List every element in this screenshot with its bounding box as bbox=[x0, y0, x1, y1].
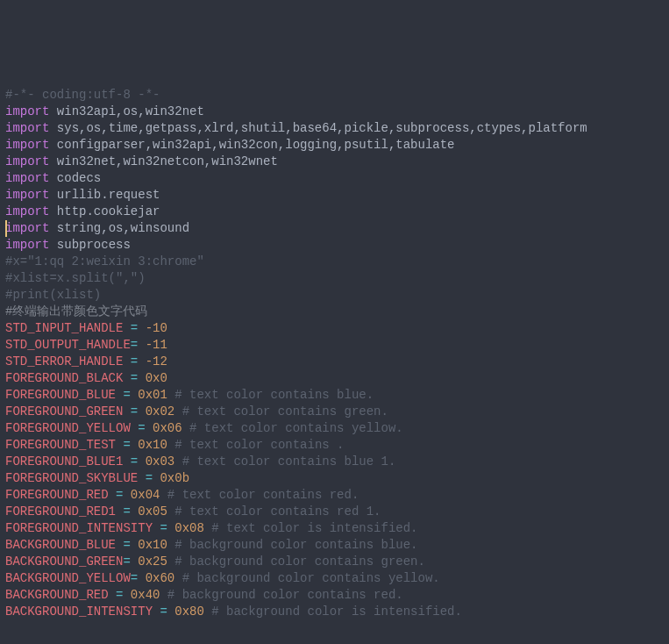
constant-name: BACKGROUND_GREEN bbox=[5, 555, 123, 569]
modules: win32api,os,win32net bbox=[49, 104, 203, 118]
code-editor[interactable]: #-*- coding:utf-8 -*-import win32api,os,… bbox=[5, 87, 664, 620]
text-cursor bbox=[5, 220, 7, 237]
keyword-import: import bbox=[5, 104, 49, 118]
number-literal: -10 bbox=[146, 321, 167, 335]
constant-name: FOREGROUND_SKYBLUE bbox=[5, 471, 138, 485]
operator: = bbox=[123, 354, 145, 369]
modules: configparser,win32api,win32con,logging,p… bbox=[49, 138, 454, 152]
comment-text: # background color contains blue. bbox=[167, 538, 418, 552]
operator: = bbox=[123, 371, 145, 385]
constant-name: FOREGROUND_GREEN bbox=[5, 404, 123, 419]
comment-text: # background color is intensified. bbox=[204, 605, 462, 619]
number-literal: 0x10 bbox=[138, 438, 167, 452]
modules: http.cookiejar bbox=[49, 204, 160, 218]
number-literal: 0x06 bbox=[153, 421, 182, 435]
keyword-import: import bbox=[5, 221, 49, 235]
constant-name: FOREGROUND_BLUE1 bbox=[5, 454, 123, 469]
number-literal: 0x0 bbox=[146, 371, 167, 385]
modules: codecs bbox=[49, 171, 101, 185]
keyword-import: import bbox=[5, 171, 49, 185]
operator: = bbox=[116, 504, 138, 519]
comment-line: #xlist=x.split(",") bbox=[5, 271, 146, 285]
constant-name: FOREGROUND_RED1 bbox=[5, 504, 116, 519]
operator: = bbox=[116, 538, 138, 552]
keyword-import: import bbox=[5, 121, 49, 135]
operator: = bbox=[153, 521, 174, 535]
number-literal: 0x0b bbox=[160, 471, 189, 485]
modules: win32net,win32netcon,win32wnet bbox=[49, 154, 277, 168]
constant-name: STD_ERROR_HANDLE bbox=[5, 354, 123, 369]
operator: = bbox=[109, 488, 131, 502]
modules: string,os,winsound bbox=[49, 221, 189, 235]
operator: = bbox=[131, 338, 146, 352]
keyword-import: import bbox=[5, 138, 49, 152]
comment-text: # text color contains red. bbox=[160, 488, 359, 502]
number-literal: 0x04 bbox=[131, 488, 160, 502]
keyword-import: import bbox=[5, 188, 49, 202]
constant-name: FOREGROUND_YELLOW bbox=[5, 421, 131, 435]
comment-text: # text color contains blue. bbox=[167, 388, 374, 402]
constant-name: BACKGROUND_RED bbox=[5, 588, 109, 602]
comment-text: # text color contains . bbox=[167, 438, 345, 452]
operator: = bbox=[109, 588, 131, 602]
constant-name: BACKGROUND_INTENSITY bbox=[5, 605, 153, 619]
number-literal: 0x60 bbox=[146, 571, 175, 585]
constant-name: STD_INPUT_HANDLE bbox=[5, 321, 123, 335]
number-literal: 0x01 bbox=[138, 388, 167, 402]
comment-text: # background color contains green. bbox=[167, 555, 425, 569]
operator: = bbox=[153, 605, 174, 619]
comment-text: # text color is intensified. bbox=[204, 521, 418, 535]
comment-text: # text color contains yellow. bbox=[182, 421, 403, 435]
comment-text: # background color contains yellow. bbox=[174, 571, 439, 585]
comment-text: # text color contains blue 1. bbox=[174, 454, 395, 469]
constant-name: STD_OUTPUT_HANDLE bbox=[5, 338, 131, 352]
modules: sys,os,time,getpass,xlrd,shutil,base64,p… bbox=[49, 121, 587, 135]
comment-text: # text color contains red 1. bbox=[167, 504, 381, 519]
operator: = bbox=[116, 388, 138, 402]
number-literal: 0x40 bbox=[131, 588, 160, 602]
constant-name: FOREGROUND_TEST bbox=[5, 438, 116, 452]
operator: = bbox=[131, 421, 153, 435]
operator: = bbox=[123, 555, 138, 569]
operator: = bbox=[123, 404, 145, 419]
number-literal: 0x80 bbox=[174, 605, 204, 619]
number-literal: 0x02 bbox=[146, 404, 175, 419]
number-literal: 0x25 bbox=[138, 555, 167, 569]
operator: = bbox=[116, 438, 138, 452]
modules: urllib.request bbox=[49, 188, 160, 202]
comment-line: #print(xlist) bbox=[5, 288, 101, 302]
number-literal: 0x10 bbox=[138, 538, 167, 552]
modules: subprocess bbox=[49, 238, 130, 252]
operator: = bbox=[123, 321, 145, 335]
comment-text: # text color contains green. bbox=[174, 404, 388, 419]
keyword-import: import bbox=[5, 154, 49, 168]
operator: = bbox=[123, 454, 145, 469]
constant-name: BACKGROUND_YELLOW bbox=[5, 571, 131, 585]
constant-name: FOREGROUND_BLACK bbox=[5, 371, 123, 385]
number-literal: -12 bbox=[146, 354, 167, 369]
operator: = bbox=[138, 471, 160, 485]
constant-name: BACKGROUND_BLUE bbox=[5, 538, 116, 552]
keyword-import: import bbox=[5, 238, 49, 252]
number-literal: 0x08 bbox=[174, 521, 204, 535]
comment-text: # background color contains red. bbox=[160, 588, 402, 602]
operator: = bbox=[131, 571, 146, 585]
number-literal: 0x05 bbox=[138, 504, 167, 519]
comment-line: #终端输出带颜色文字代码 bbox=[5, 304, 147, 318]
comment-line: #x="1:qq 2:weixin 3:chrome" bbox=[5, 254, 204, 268]
constant-name: FOREGROUND_RED bbox=[5, 488, 109, 502]
keyword-import: import bbox=[5, 204, 49, 218]
number-literal: -11 bbox=[146, 338, 167, 352]
constant-name: FOREGROUND_INTENSITY bbox=[5, 521, 153, 535]
number-literal: 0x03 bbox=[146, 454, 175, 469]
constant-name: FOREGROUND_BLUE bbox=[5, 388, 116, 402]
comment-line: #-*- coding:utf-8 -*- bbox=[5, 88, 160, 102]
